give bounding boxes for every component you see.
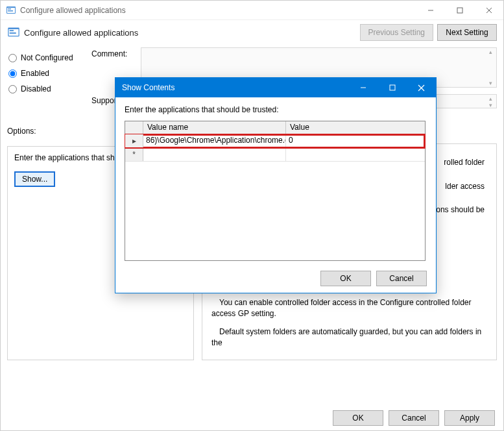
radio-label: Disabled [21, 84, 51, 93]
radio-label: Not Configured [21, 53, 73, 62]
radio-label: Enabled [21, 69, 49, 78]
main-footer: OK Cancel Apply [333, 410, 495, 426]
row-marker-icon: ▸ [125, 134, 143, 147]
help-text: You can enable controlled folder access … [211, 297, 485, 320]
show-button[interactable]: Show... [14, 171, 55, 187]
svg-rect-13 [390, 85, 395, 90]
grid-row[interactable]: ▸ 86)\Google\Chrome\Application\chrome.e… [125, 134, 425, 148]
svg-rect-11 [10, 32, 16, 34]
main-toolbar: Configure allowed applications Previous … [1, 20, 503, 47]
maximize-button[interactable] [445, 1, 474, 19]
ok-button[interactable]: OK [333, 410, 383, 426]
apply-button[interactable]: Apply [444, 410, 495, 426]
radio-disabled[interactable]: Disabled [7, 81, 91, 97]
radio-input-enabled[interactable] [8, 69, 17, 78]
minimize-button[interactable] [416, 1, 445, 19]
toolbar-title: Configure allowed applications [24, 28, 356, 38]
row-marker-new-icon: * [125, 148, 143, 161]
next-setting-button[interactable]: Next Setting [437, 24, 497, 41]
dialog-title: Show Contents [122, 83, 348, 92]
grid-header: Value name Value [125, 121, 425, 134]
grid-row-new[interactable]: * [125, 148, 425, 162]
dialog-prompt: Enter the applications that should be tr… [125, 105, 427, 114]
policy-icon [7, 26, 20, 39]
grid-corner [125, 121, 143, 134]
dialog-close-button[interactable] [407, 78, 436, 97]
cell-value[interactable] [286, 148, 425, 161]
main-titlebar: Configure allowed applications [1, 1, 503, 20]
radio-input-not-configured[interactable] [8, 54, 17, 62]
cancel-button[interactable]: Cancel [389, 410, 439, 426]
svg-rect-5 [457, 8, 462, 13]
dialog-ok-button[interactable]: OK [320, 271, 371, 286]
cell-valuename[interactable] [143, 148, 286, 161]
dialog-body: Enter the applications that should be tr… [115, 97, 436, 265]
svg-rect-10 [10, 30, 14, 31]
cell-valuename[interactable]: 86)\Google\Chrome\Application\chrome.exe [143, 134, 286, 147]
close-button[interactable] [474, 1, 503, 19]
policy-icon [6, 5, 16, 16]
scrollbar-icon: ▴▾ [485, 95, 496, 107]
svg-rect-3 [8, 10, 13, 12]
dialog-titlebar: Show Contents [115, 78, 436, 97]
dialog-minimize-button[interactable] [348, 78, 378, 97]
values-grid[interactable]: Value name Value ▸ 86)\Google\Chrome\App… [125, 121, 426, 261]
scrollbar-icon: ▴▾ [485, 49, 496, 86]
radio-enabled[interactable]: Enabled [7, 66, 91, 81]
previous-setting-button[interactable]: Previous Setting [360, 24, 433, 41]
radio-input-disabled[interactable] [8, 85, 17, 93]
cell-value[interactable]: 0 [286, 134, 425, 147]
dialog-maximize-button[interactable] [378, 78, 407, 97]
dialog-footer: OK Cancel [115, 265, 436, 293]
help-text: Default system folders are automatically… [211, 326, 485, 349]
dialog-cancel-button[interactable]: Cancel [376, 271, 427, 286]
svg-rect-2 [8, 8, 11, 10]
window-title: Configure allowed applications [20, 6, 416, 15]
column-header-valuename[interactable]: Value name [143, 121, 286, 134]
radio-not-configured[interactable]: Not Configured [7, 50, 91, 66]
state-radios: Not Configured Enabled Disabled [7, 47, 91, 115]
column-header-value[interactable]: Value [286, 121, 425, 134]
show-contents-dialog: Show Contents Enter the applications tha… [115, 77, 437, 293]
